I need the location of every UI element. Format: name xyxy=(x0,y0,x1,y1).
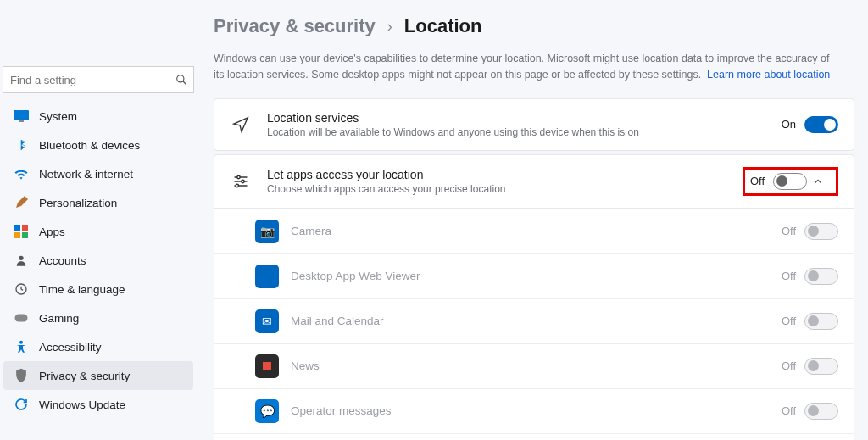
apps-access-state: Off xyxy=(750,175,765,187)
svg-rect-4 xyxy=(14,225,20,231)
svg-rect-6 xyxy=(14,232,20,238)
sidebar-item-accounts[interactable]: Accounts xyxy=(3,246,193,275)
desktop-viewer-app-icon xyxy=(255,265,279,288)
app-list: 📷 Camera Off Desktop App Web Viewer Off … xyxy=(214,209,854,441)
app-name: News xyxy=(291,359,782,372)
app-row-news: News Off xyxy=(214,343,854,388)
app-row-camera: 📷 Camera Off xyxy=(214,209,854,253)
search-icon[interactable] xyxy=(175,74,187,86)
nav-list: System Bluetooth & devices Network & int… xyxy=(0,102,197,419)
app-row-desktop-web-viewer: Desktop App Web Viewer Off xyxy=(214,253,854,298)
location-services-sub: Location will be available to Windows an… xyxy=(267,126,782,138)
location-services-toggle[interactable] xyxy=(804,116,838,133)
update-icon xyxy=(14,397,29,412)
app-toggle-camera[interactable] xyxy=(804,223,838,240)
learn-more-link[interactable]: Learn more about location xyxy=(707,69,830,81)
sliders-icon xyxy=(230,173,252,190)
accessibility-icon xyxy=(14,339,29,354)
page-description: Windows can use your device's capabiliti… xyxy=(214,51,841,83)
app-toggle-desktop-viewer[interactable] xyxy=(804,268,838,285)
search-row xyxy=(3,66,194,93)
brush-icon xyxy=(14,195,29,210)
svg-point-15 xyxy=(242,180,244,182)
svg-point-8 xyxy=(19,256,23,260)
chevron-right-icon: › xyxy=(387,18,392,36)
operator-app-icon: 💬 xyxy=(255,399,279,423)
apps-icon xyxy=(14,224,29,239)
chevron-up-icon[interactable] xyxy=(812,175,831,187)
svg-rect-7 xyxy=(22,232,28,238)
app-name: Mail and Calendar xyxy=(291,315,782,327)
app-name: Desktop App Web Viewer xyxy=(291,270,782,282)
sidebar-item-label: Personalization xyxy=(39,197,117,209)
sidebar-item-network[interactable]: Network & internet xyxy=(3,159,193,188)
app-row-settings: ⚙ Settings Last accessed 27-05-2023 | 10… xyxy=(214,433,854,441)
apps-access-card: Let apps access your location Choose whi… xyxy=(214,154,854,209)
app-name: Operator messages xyxy=(291,404,782,417)
svg-rect-10 xyxy=(15,315,28,322)
gaming-icon xyxy=(14,310,29,326)
svg-point-11 xyxy=(19,341,23,344)
sidebar-item-label: System xyxy=(39,110,77,123)
highlight-annotation: Off xyxy=(743,167,838,196)
svg-point-0 xyxy=(177,75,184,82)
apps-access-title: Let apps access your location xyxy=(267,168,732,181)
app-toggle-state: Off xyxy=(782,270,796,282)
clock-icon xyxy=(14,281,29,297)
app-toggle-state: Off xyxy=(782,315,796,327)
system-icon xyxy=(14,109,29,124)
breadcrumb-current: Location xyxy=(404,15,482,37)
main-content: Privacy & security › Location Windows ca… xyxy=(197,0,868,440)
location-arrow-icon xyxy=(230,115,252,134)
breadcrumb: Privacy & security › Location xyxy=(214,15,854,37)
location-services-title: Location services xyxy=(267,111,782,125)
sidebar-item-apps[interactable]: Apps xyxy=(3,217,193,246)
sidebar-item-system[interactable]: System xyxy=(3,102,193,131)
apps-access-toggle[interactable] xyxy=(773,173,807,190)
sidebar-item-label: Apps xyxy=(39,226,65,238)
sidebar-item-label: Network & internet xyxy=(39,168,133,181)
sidebar-item-personalization[interactable]: Personalization xyxy=(3,188,193,217)
svg-rect-3 xyxy=(19,120,24,122)
svg-rect-2 xyxy=(14,110,29,120)
sidebar-item-label: Accounts xyxy=(39,254,86,267)
wifi-icon xyxy=(14,166,29,181)
app-toggle-operator[interactable] xyxy=(804,403,838,420)
sidebar-item-time-language[interactable]: Time & language xyxy=(3,275,193,304)
svg-rect-19 xyxy=(263,362,271,370)
svg-point-13 xyxy=(237,175,240,178)
svg-line-1 xyxy=(183,81,186,85)
location-services-state: On xyxy=(782,118,796,131)
app-toggle-state: Off xyxy=(782,225,796,237)
bluetooth-icon xyxy=(14,137,29,153)
sidebar-item-label: Time & language xyxy=(39,283,125,296)
app-row-mail-calendar: ✉ Mail and Calendar Off xyxy=(214,298,854,343)
app-toggle-state: Off xyxy=(782,404,796,417)
location-services-card: Location services Location will be avail… xyxy=(214,98,854,151)
app-row-operator-messages: 💬 Operator messages Off xyxy=(214,388,854,433)
apps-access-sub: Choose which apps can access your precis… xyxy=(267,183,732,195)
app-name: Camera xyxy=(291,225,782,237)
app-toggle-news[interactable] xyxy=(804,358,838,375)
sidebar-item-label: Gaming xyxy=(39,312,79,325)
search-input[interactable] xyxy=(3,66,194,93)
sidebar-item-accessibility[interactable]: Accessibility xyxy=(3,332,193,361)
sidebar-item-windows-update[interactable]: Windows Update xyxy=(3,390,193,419)
news-app-icon xyxy=(255,354,279,378)
sidebar-item-label: Accessibility xyxy=(39,341,102,354)
sidebar-item-label: Bluetooth & devices xyxy=(39,139,140,152)
app-toggle-mail[interactable] xyxy=(804,313,838,330)
svg-point-17 xyxy=(236,184,238,187)
app-toggle-state: Off xyxy=(782,359,796,372)
sidebar-item-bluetooth[interactable]: Bluetooth & devices xyxy=(3,131,193,159)
sidebar-item-label: Windows Update xyxy=(39,398,125,411)
sidebar-item-label: Privacy & security xyxy=(39,370,130,382)
settings-sidebar: System Bluetooth & devices Network & int… xyxy=(0,0,197,440)
person-icon xyxy=(14,253,29,268)
sidebar-item-privacy-security[interactable]: Privacy & security xyxy=(3,361,193,390)
svg-rect-5 xyxy=(22,225,28,231)
breadcrumb-parent[interactable]: Privacy & security xyxy=(214,15,376,37)
sidebar-item-gaming[interactable]: Gaming xyxy=(3,304,193,332)
shield-icon xyxy=(14,368,29,383)
camera-app-icon: 📷 xyxy=(255,220,279,243)
